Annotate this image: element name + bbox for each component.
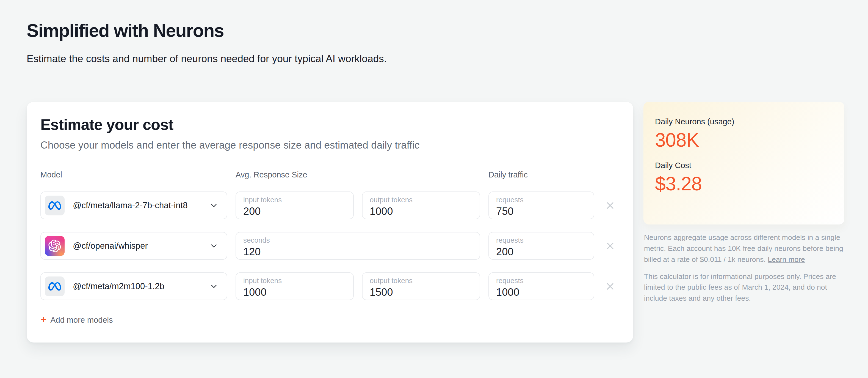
output-tokens-field-row3[interactable]: output tokens — [362, 272, 480, 300]
disclaimer-note: This calculator is for informational pur… — [644, 271, 844, 304]
output-tokens-field-row1[interactable]: output tokens — [362, 192, 480, 219]
column-headers: Model Avg. Response Size Daily traffic — [40, 170, 620, 179]
model-rows: @cf/meta/llama-2-7b-chat-int8 input toke… — [40, 192, 620, 300]
input-tokens-input[interactable] — [243, 286, 346, 298]
openai-icon — [45, 236, 65, 256]
field-label: input tokens — [243, 277, 346, 285]
card-title: Estimate your cost — [40, 116, 620, 134]
requests-input[interactable] — [496, 205, 587, 217]
field-label: seconds — [243, 236, 472, 244]
main-content: Estimate your cost Choose your models an… — [27, 102, 844, 343]
input-tokens-input[interactable] — [243, 205, 346, 217]
meta-icon — [45, 277, 65, 296]
field-label: requests — [496, 236, 587, 244]
page-subtitle: Estimate the costs and number of neurons… — [27, 53, 844, 65]
remove-row-button[interactable] — [602, 232, 618, 260]
summary-notes: Neurons aggregate usage across different… — [644, 232, 844, 304]
column-header-daily-traffic: Daily traffic — [489, 170, 594, 179]
input-tokens-field-row3[interactable]: input tokens — [236, 272, 354, 300]
output-tokens-input[interactable] — [370, 286, 472, 298]
neurons-explainer-note: Neurons aggregate usage across different… — [644, 232, 844, 265]
plus-icon: + — [40, 314, 46, 325]
chevron-down-icon — [209, 201, 218, 210]
field-label: requests — [496, 196, 587, 204]
input-tokens-field-row1[interactable]: input tokens — [236, 192, 354, 219]
field-label: output tokens — [370, 196, 472, 204]
requests-field-row3[interactable]: requests — [489, 272, 594, 300]
requests-field-row1[interactable]: requests — [489, 192, 594, 219]
learn-more-link[interactable]: Learn more — [768, 255, 805, 264]
model-select-row3[interactable]: @cf/meta/m2m100-1.2b — [40, 272, 227, 300]
daily-summary-card: Daily Neurons (usage) 308K Daily Cost $3… — [644, 102, 844, 225]
requests-field-row2[interactable]: requests — [489, 232, 594, 260]
field-label: requests — [496, 277, 587, 285]
daily-neurons-value: 308K — [655, 130, 833, 150]
remove-row-button[interactable] — [602, 192, 618, 219]
neurons-pricing-page: Simplified with Neurons Estimate the cos… — [0, 0, 868, 343]
neurons-explainer-text: Neurons aggregate usage across different… — [644, 233, 843, 264]
seconds-field-row2[interactable]: seconds — [236, 232, 480, 260]
daily-neurons-label: Daily Neurons (usage) — [655, 117, 833, 126]
close-icon — [605, 240, 616, 252]
column-header-model: Model — [40, 170, 227, 179]
model-select-row1[interactable]: @cf/meta/llama-2-7b-chat-int8 — [40, 192, 227, 219]
seconds-input[interactable] — [243, 246, 472, 258]
requests-input[interactable] — [496, 286, 587, 298]
close-icon — [605, 200, 616, 211]
model-select-row2[interactable]: @cf/openai/whisper — [40, 232, 227, 260]
summary-column: Daily Neurons (usage) 308K Daily Cost $3… — [644, 102, 844, 304]
chevron-down-icon — [209, 241, 218, 251]
remove-row-button[interactable] — [602, 272, 618, 300]
model-name: @cf/meta/m2m100-1.2b — [73, 282, 164, 291]
model-name: @cf/meta/llama-2-7b-chat-int8 — [73, 201, 187, 210]
estimate-cost-card: Estimate your cost Choose your models an… — [27, 102, 633, 343]
page-title: Simplified with Neurons — [27, 22, 844, 39]
output-tokens-input[interactable] — [370, 205, 472, 217]
column-header-avg-response: Avg. Response Size — [236, 170, 354, 179]
add-more-models-button[interactable]: + Add more models — [40, 315, 113, 325]
chevron-down-icon — [209, 282, 218, 291]
card-subtitle: Choose your models and enter the average… — [40, 140, 620, 151]
field-label: input tokens — [243, 196, 346, 204]
field-label: output tokens — [370, 277, 472, 285]
add-more-models-label: Add more models — [50, 316, 113, 325]
model-name: @cf/openai/whisper — [73, 241, 148, 251]
meta-icon — [45, 196, 65, 215]
requests-input[interactable] — [496, 246, 587, 258]
close-icon — [605, 281, 616, 292]
daily-cost-value: $3.28 — [655, 174, 833, 194]
daily-cost-label: Daily Cost — [655, 161, 833, 170]
